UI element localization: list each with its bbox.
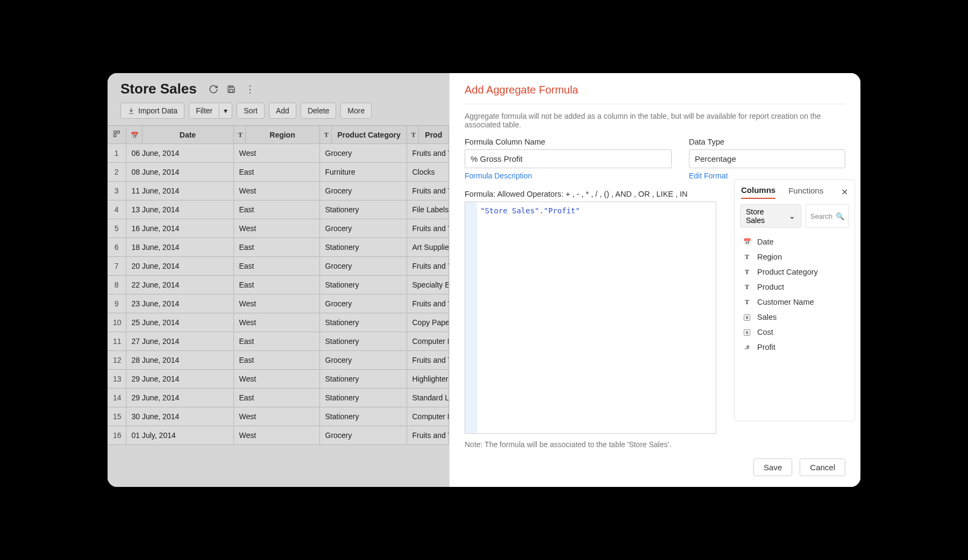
- data-grid[interactable]: 📅 Date T Region T Product Category T Pro…: [108, 125, 449, 445]
- column-item[interactable]: 📅Date: [740, 234, 849, 249]
- cell-category[interactable]: Grocery: [319, 144, 407, 163]
- table-row[interactable]: 9 23 June, 2014 West Grocery Fruits and …: [108, 295, 449, 313]
- table-row[interactable]: 12 28 June, 2014 East Grocery Fruits and…: [108, 351, 449, 370]
- cell-product[interactable]: Specialty En: [407, 276, 449, 295]
- cell-product[interactable]: Fruits and V: [407, 295, 449, 313]
- table-row[interactable]: 15 30 June, 2014 West Stationery Compute…: [108, 407, 449, 426]
- cell-product[interactable]: File Labels: [407, 200, 449, 219]
- more-vert-icon[interactable]: ⋮: [245, 84, 255, 94]
- filter-dropdown-button[interactable]: ▾: [219, 103, 232, 119]
- cell-category[interactable]: Grocery: [319, 295, 407, 313]
- cell-date[interactable]: 18 June, 2014: [126, 238, 233, 257]
- cell-product[interactable]: Computer P: [407, 407, 449, 426]
- cell-region[interactable]: West: [233, 219, 319, 238]
- cell-region[interactable]: West: [233, 144, 319, 163]
- edit-format-link[interactable]: Edit Format: [689, 171, 845, 180]
- cell-region[interactable]: West: [233, 295, 319, 313]
- col-header-product[interactable]: Prod: [418, 126, 449, 144]
- sort-button[interactable]: Sort: [237, 103, 265, 119]
- cell-category[interactable]: Stationery: [319, 238, 407, 257]
- col-header-region[interactable]: Region: [245, 126, 319, 144]
- cell-product[interactable]: Art Supplies: [407, 238, 449, 257]
- cell-category[interactable]: Stationery: [319, 200, 407, 219]
- table-row[interactable]: 2 08 June, 2014 East Furniture Clocks: [108, 163, 449, 182]
- table-row[interactable]: 5 16 June, 2014 West Grocery Fruits and …: [108, 219, 449, 238]
- table-row[interactable]: 10 25 June, 2014 West Stationery Copy Pa…: [108, 313, 449, 332]
- table-row[interactable]: 8 22 June, 2014 East Stationery Specialt…: [108, 276, 449, 295]
- cell-region[interactable]: East: [233, 238, 319, 257]
- column-item[interactable]: TCustomer Name: [740, 295, 849, 310]
- column-item[interactable]: .#Profit: [740, 340, 849, 355]
- cell-region[interactable]: East: [233, 276, 319, 295]
- cell-date[interactable]: 13 June, 2014: [126, 200, 233, 219]
- save-icon[interactable]: [227, 84, 237, 94]
- cell-category[interactable]: Stationery: [319, 389, 407, 407]
- table-row[interactable]: 3 11 June, 2014 West Grocery Fruits and …: [108, 182, 449, 200]
- cell-category[interactable]: Stationery: [319, 370, 407, 389]
- tab-columns[interactable]: Columns: [741, 185, 775, 199]
- table-row[interactable]: 16 01 July, 2014 West Grocery Fruits and…: [108, 426, 449, 445]
- cell-product[interactable]: Fruits and V: [407, 144, 449, 163]
- cell-product[interactable]: Highlighters: [407, 370, 449, 389]
- cell-date[interactable]: 29 June, 2014: [126, 389, 233, 407]
- tab-functions[interactable]: Functions: [788, 186, 823, 198]
- cell-date[interactable]: 08 June, 2014: [126, 163, 233, 182]
- cell-product[interactable]: Fruits and V: [407, 426, 449, 445]
- column-item[interactable]: 9Cost: [740, 325, 849, 340]
- data-type-select[interactable]: [689, 149, 845, 168]
- table-row[interactable]: 11 27 June, 2014 East Stationery Compute…: [108, 332, 449, 351]
- cell-product[interactable]: Computer P: [407, 332, 449, 351]
- cell-region[interactable]: East: [233, 257, 319, 276]
- refresh-icon[interactable]: [209, 84, 218, 94]
- save-button[interactable]: Save: [753, 458, 792, 476]
- cell-date[interactable]: 06 June, 2014: [126, 144, 233, 163]
- col-header-category[interactable]: Product Category: [331, 126, 407, 144]
- cell-region[interactable]: West: [233, 407, 319, 426]
- cell-category[interactable]: Grocery: [319, 219, 407, 238]
- cell-date[interactable]: 23 June, 2014: [126, 295, 233, 313]
- cell-category[interactable]: Furniture: [319, 163, 407, 182]
- cell-date[interactable]: 11 June, 2014: [126, 182, 233, 200]
- cell-date[interactable]: 25 June, 2014: [126, 313, 233, 332]
- table-row[interactable]: 14 29 June, 2014 East Stationery Standar…: [108, 389, 449, 407]
- table-row[interactable]: 13 29 June, 2014 West Stationery Highlig…: [108, 370, 449, 389]
- cell-date[interactable]: 16 June, 2014: [126, 219, 233, 238]
- cell-region[interactable]: West: [233, 426, 319, 445]
- table-row[interactable]: 1 06 June, 2014 West Grocery Fruits and …: [108, 144, 449, 163]
- cell-date[interactable]: 27 June, 2014: [126, 332, 233, 351]
- formula-description-link[interactable]: Formula Description: [465, 171, 672, 180]
- cell-date[interactable]: 20 June, 2014: [126, 257, 233, 276]
- column-item[interactable]: TProduct: [740, 279, 849, 295]
- cell-category[interactable]: Stationery: [319, 407, 407, 426]
- cell-date[interactable]: 29 June, 2014: [126, 370, 233, 389]
- close-icon[interactable]: ✕: [841, 187, 848, 197]
- cell-category[interactable]: Grocery: [319, 257, 407, 276]
- table-row[interactable]: 7 20 June, 2014 East Grocery Fruits and …: [108, 257, 449, 276]
- formula-editor[interactable]: "Store Sales"."Profit": [465, 202, 716, 434]
- cell-region[interactable]: East: [233, 389, 319, 407]
- column-item[interactable]: TRegion: [740, 249, 849, 264]
- cell-product[interactable]: Standard La: [407, 389, 449, 407]
- cell-category[interactable]: Stationery: [319, 332, 407, 351]
- cell-region[interactable]: East: [233, 200, 319, 219]
- column-search-input[interactable]: Search🔍: [806, 204, 849, 228]
- cell-date[interactable]: 28 June, 2014: [126, 351, 233, 370]
- formula-name-input[interactable]: [465, 149, 672, 168]
- cell-category[interactable]: Grocery: [319, 351, 407, 370]
- cell-category[interactable]: Stationery: [319, 313, 407, 332]
- column-item[interactable]: 9Sales: [740, 310, 849, 325]
- cell-date[interactable]: 22 June, 2014: [126, 276, 233, 295]
- cell-product[interactable]: Clocks: [407, 163, 449, 182]
- table-row[interactable]: 6 18 June, 2014 East Stationery Art Supp…: [108, 238, 449, 257]
- cell-region[interactable]: West: [233, 182, 319, 200]
- delete-button[interactable]: Delete: [301, 103, 336, 119]
- cell-region[interactable]: West: [233, 313, 319, 332]
- cell-region[interactable]: East: [233, 332, 319, 351]
- table-select-dropdown[interactable]: Store Sales⌄: [740, 204, 801, 228]
- more-button[interactable]: More: [340, 103, 372, 119]
- cancel-button[interactable]: Cancel: [800, 458, 845, 476]
- cell-region[interactable]: West: [233, 370, 319, 389]
- cell-product[interactable]: Fruits and V: [407, 351, 449, 370]
- cell-product[interactable]: Fruits and V: [407, 182, 449, 200]
- table-row[interactable]: 4 13 June, 2014 East Stationery File Lab…: [108, 200, 449, 219]
